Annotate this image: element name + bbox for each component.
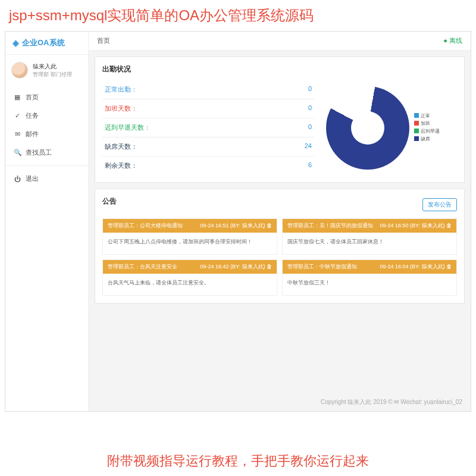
nav-menu: ▦首页 ✓任务 ✉邮件 🔍查找员工 ⏻退出 [5,86,88,190]
app-name: 企业OA系统 [22,37,65,48]
att-label: 迟到早退天数： [105,123,151,132]
notice-title: 管理部员工：中秋节放假通知 [287,263,357,271]
legend-label: 迟到早退 [421,128,440,134]
home-icon: ▦ [14,93,21,101]
legend-label: 加班 [421,120,430,127]
legend-item: 迟到早退 [414,128,440,134]
legend-swatch [414,129,419,133]
check-icon: ✓ [14,112,21,120]
nav-tasks-label: 任务 [26,111,39,120]
delete-icon[interactable]: 🗑 [446,264,452,270]
user-name: 猿来入此 [33,62,72,71]
notice-meta: 09-24 16:51 (BY: 猿来入此) 🗑 [200,222,272,230]
nav-logout-label: 退出 [26,174,39,183]
user-block[interactable]: 猿来入此 管理部 部门经理 [5,55,88,86]
att-label: 正常出勤： [105,85,137,94]
att-value: 0 [308,104,312,113]
att-value: 0 [308,85,312,94]
nav-separator [5,165,88,166]
notice-header: 管理部员工：中秋节放假通知09-24 16:04 (BY: 猿来入此) 🗑 [283,260,456,274]
chart-legend: 正常加班迟到早退缺席 [414,112,440,143]
notice-card: 管理部员工：中秋节放假通知09-24 16:04 (BY: 猿来入此) 🗑中秋节… [282,259,457,296]
att-label: 加班天数： [105,104,137,113]
marketing-banner-top: jsp+ssm+mysql实现简单的OA办公管理系统源码 [0,0,476,31]
notices-title: 公告 [102,196,117,206]
notice-card: 管理部员工：关！国庆节的放假通知09-24 16:50 (BY: 猿来入此) 🗑… [282,218,457,255]
main-area: 首页 ● 离线 出勤状况 正常出勤：0加班天数：0迟到早退天数：0缺席天数：24… [89,32,471,411]
notice-body: 台风天气马上来临，请全体员工注意安全。 [103,274,277,295]
nav-search-label: 查找员工 [26,148,52,157]
attendance-chart: 正常加班迟到早退缺席 [326,80,457,175]
delete-icon[interactable]: 🗑 [267,264,272,270]
logo-icon: ◈ [12,38,19,48]
delete-icon[interactable]: 🗑 [267,223,272,228]
att-label: 缺席天数： [105,142,137,151]
notice-meta: 09-24 16:04 (BY: 猿来入此) 🗑 [380,263,452,271]
notice-body: 公司下周五晚上八点停电维修，请加班的同事合理安排时间！ [103,233,277,254]
attendance-row: 迟到早退天数：0 [102,118,314,137]
notices-grid: 管理部员工：公司大楼停电通知09-24 16:51 (BY: 猿来入此) 🗑公司… [102,218,457,296]
nav-tasks[interactable]: ✓任务 [5,107,88,125]
nav-home[interactable]: ▦首页 [5,88,88,107]
search-icon: 🔍 [14,149,21,156]
notice-title: 管理部员工：关！国庆节的放假通知 [287,222,373,230]
publish-notice-button[interactable]: 发布公告 [422,198,457,211]
attendance-row: 加班天数：0 [102,99,314,118]
breadcrumb[interactable]: 首页 [97,36,110,45]
donut-chart [326,86,409,170]
user-role: 管理部 部门经理 [33,71,72,79]
nav-mail[interactable]: ✉邮件 [5,125,88,143]
notice-card: 管理部员工：台风天注意安全09-24 16:42 (BY: 猿来入此) 🗑台风天… [102,259,277,296]
app-logo[interactable]: ◈ 企业OA系统 [5,32,88,55]
legend-item: 加班 [414,120,440,127]
nav-logout[interactable]: ⏻退出 [5,170,88,188]
power-icon: ⏻ [14,176,21,183]
marketing-banner-bottom: 附带视频指导运行教程，手把手教你运行起来 [0,452,476,470]
legend-label: 缺席 [421,136,430,142]
user-info: 猿来入此 管理部 部门经理 [33,62,72,79]
notice-card: 管理部员工：公司大楼停电通知09-24 16:51 (BY: 猿来入此) 🗑公司… [102,218,277,255]
notices-panel: 公告 发布公告 管理部员工：公司大楼停电通知09-24 16:51 (BY: 猿… [95,189,465,303]
notice-meta: 09-24 16:42 (BY: 猿来入此) 🗑 [200,263,272,271]
content: 出勤状况 正常出勤：0加班天数：0迟到早退天数：0缺席天数：24剩余天数：6 正… [89,51,471,393]
notice-meta: 09-24 16:50 (BY: 猿来入此) 🗑 [380,222,452,230]
nav-home-label: 首页 [26,93,39,102]
attendance-title: 出勤状况 [102,64,457,74]
app-container: ◈ 企业OA系统 猿来入此 管理部 部门经理 ▦首页 ✓任务 ✉邮件 🔍查找员工… [5,31,471,412]
att-value: 6 [308,161,312,170]
notice-header: 管理部员工：台风天注意安全09-24 16:42 (BY: 猿来入此) 🗑 [103,260,277,274]
legend-label: 正常 [421,112,430,119]
attendance-panel: 出勤状况 正常出勤：0加班天数：0迟到早退天数：0缺席天数：24剩余天数：6 正… [95,57,465,183]
notice-body: 中秋节放假三天！ [283,274,456,295]
legend-swatch [414,121,419,126]
attendance-row: 正常出勤：0 [102,80,314,99]
legend-item: 正常 [414,112,440,119]
sidebar: ◈ 企业OA系统 猿来入此 管理部 部门经理 ▦首页 ✓任务 ✉邮件 🔍查找员工… [5,32,89,411]
delete-icon[interactable]: 🗑 [446,223,452,228]
att-value: 24 [305,142,312,151]
nav-search-emp[interactable]: 🔍查找员工 [5,143,88,162]
avatar [11,62,28,79]
mail-icon: ✉ [14,130,21,138]
notice-header: 管理部员工：关！国庆节的放假通知09-24 16:50 (BY: 猿来入此) 🗑 [283,219,456,233]
notice-body: 国庆节放假七天，请全体员工回家休息！ [283,233,456,254]
att-label: 剩余天数： [105,161,137,170]
legend-swatch [414,113,419,118]
notice-title: 管理部员工：台风天注意安全 [108,263,177,271]
notice-title: 管理部员工：公司大楼停电通知 [108,222,183,230]
nav-mail-label: 邮件 [26,130,39,139]
legend-item: 缺席 [414,136,440,142]
att-value: 0 [308,123,312,132]
notice-header: 管理部员工：公司大楼停电通知09-24 16:51 (BY: 猿来入此) 🗑 [103,219,277,233]
footer: Copyright 猿来入此 2019 © ✉ Wechat: yuanlair… [89,393,471,411]
attendance-table: 正常出勤：0加班天数：0迟到早退天数：0缺席天数：24剩余天数：6 [102,80,314,175]
online-status[interactable]: ● 离线 [443,36,462,45]
attendance-row: 缺席天数：24 [102,137,314,156]
attendance-row: 剩余天数：6 [102,156,314,175]
topbar: 首页 ● 离线 [89,32,471,51]
legend-swatch [414,136,419,141]
